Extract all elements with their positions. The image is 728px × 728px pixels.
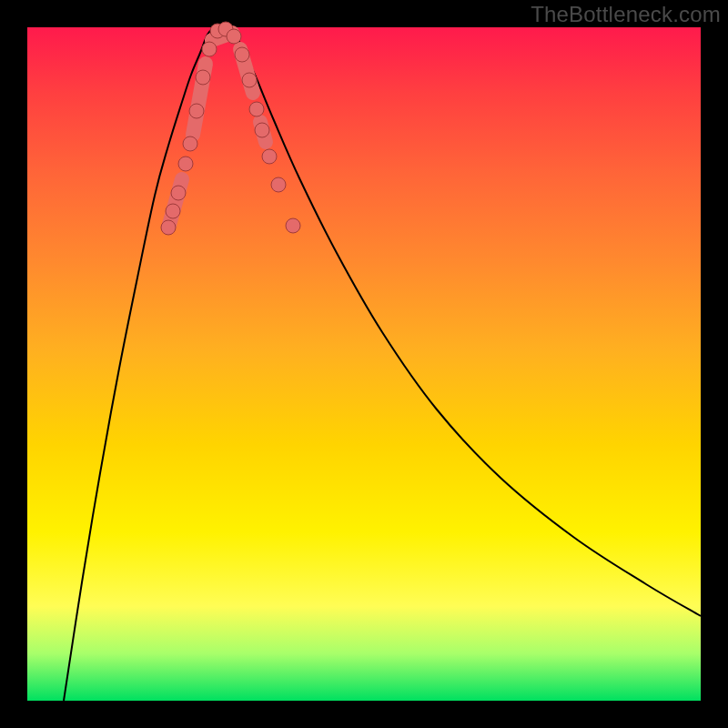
marker-dot bbox=[249, 102, 264, 116]
marker-dot bbox=[196, 70, 210, 85]
marker-dot bbox=[189, 104, 204, 118]
curve-right-branch bbox=[232, 27, 701, 616]
marker-dot bbox=[255, 123, 269, 137]
marker-dot bbox=[262, 149, 277, 164]
marker-dot bbox=[161, 220, 176, 235]
marker-dot bbox=[242, 73, 257, 87]
marker-dot bbox=[171, 186, 186, 200]
marker-dot bbox=[286, 218, 300, 233]
marker-dot bbox=[227, 29, 241, 44]
marker-dot bbox=[183, 136, 197, 151]
watermark-text: TheBottleneck.com bbox=[531, 2, 721, 27]
marker-dot bbox=[166, 204, 180, 218]
marker-dot bbox=[235, 47, 249, 62]
marker-dot bbox=[271, 177, 286, 192]
marker-dot bbox=[202, 42, 217, 56]
marker-dot bbox=[178, 157, 193, 171]
bottleneck-curve-chart bbox=[27, 27, 701, 701]
